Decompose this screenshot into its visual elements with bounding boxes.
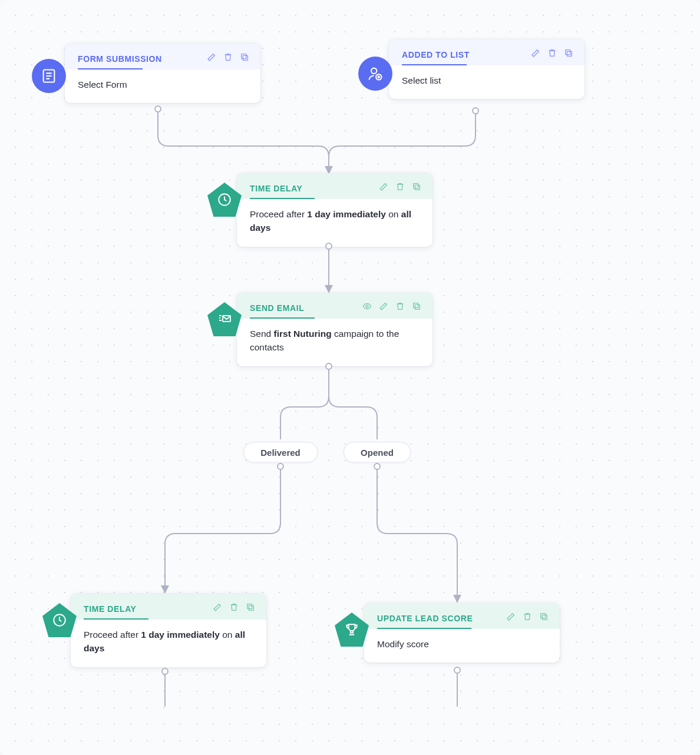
- node-body: Select Form: [78, 69, 247, 91]
- node-form-submission[interactable]: FORM SUBMISSION Select Form: [65, 44, 260, 103]
- edit-icon[interactable]: [378, 181, 389, 192]
- svg-rect-11: [415, 304, 420, 309]
- copy-icon[interactable]: [245, 602, 256, 612]
- copy-icon[interactable]: [539, 611, 549, 622]
- svg-rect-14: [249, 605, 253, 610]
- svg-rect-12: [414, 303, 418, 308]
- copy-icon[interactable]: [563, 48, 574, 58]
- svg-rect-0: [243, 55, 247, 60]
- svg-rect-8: [414, 184, 418, 188]
- node-time-delay[interactable]: TIME DELAY Proceed after 1 day immediate…: [237, 173, 432, 247]
- svg-rect-4: [566, 50, 570, 55]
- port-out[interactable]: [472, 107, 479, 114]
- node-update-lead-score[interactable]: UPDATE LEAD SCORE Modify score: [364, 603, 560, 663]
- trash-icon[interactable]: [395, 301, 405, 312]
- svg-rect-17: [542, 615, 547, 620]
- edit-icon[interactable]: [212, 602, 223, 612]
- node-added-to-list[interactable]: ADDED TO LIST Select list: [389, 39, 585, 99]
- svg-rect-3: [567, 51, 572, 56]
- port-out[interactable]: [325, 363, 332, 370]
- trash-icon[interactable]: [547, 48, 557, 58]
- svg-rect-15: [247, 604, 252, 609]
- node-body: Send first Nuturing campaign to the cont…: [250, 319, 420, 355]
- node-body: Modify score: [377, 629, 547, 651]
- svg-rect-18: [541, 614, 546, 618]
- branch-opened[interactable]: Opened: [344, 442, 411, 463]
- node-body: Proceed after 1 day immediately on all d…: [250, 199, 420, 235]
- edit-icon[interactable]: [378, 301, 389, 312]
- edit-icon[interactable]: [206, 52, 217, 62]
- trash-icon[interactable]: [223, 52, 233, 62]
- user-add-icon: [358, 57, 392, 91]
- copy-icon[interactable]: [411, 181, 422, 192]
- edit-icon[interactable]: [530, 48, 541, 58]
- port-out[interactable]: [161, 668, 169, 675]
- edit-icon[interactable]: [506, 611, 516, 622]
- trash-icon[interactable]: [229, 602, 239, 612]
- node-body: Proceed after 1 day immediately on all d…: [84, 620, 253, 655]
- port-out[interactable]: [325, 243, 332, 250]
- node-send-email[interactable]: SEND EMAIL Send first Nuturing campaign …: [237, 293, 432, 366]
- workflow-canvas[interactable]: FORM SUBMISSION Select Form ADDED TO LIS…: [0, 0, 700, 755]
- trash-icon[interactable]: [395, 181, 405, 192]
- copy-icon[interactable]: [411, 301, 422, 312]
- svg-rect-1: [242, 54, 246, 59]
- port-out[interactable]: [154, 105, 161, 112]
- svg-point-10: [366, 305, 368, 307]
- branch-delivered[interactable]: Delivered: [243, 442, 318, 463]
- node-body: Select list: [402, 65, 572, 87]
- svg-rect-7: [415, 185, 420, 190]
- port-out[interactable]: [277, 463, 284, 470]
- eye-icon[interactable]: [362, 301, 372, 312]
- node-time-delay[interactable]: TIME DELAY Proceed after 1 day immediate…: [71, 594, 266, 667]
- form-icon: [32, 59, 66, 93]
- port-out[interactable]: [374, 463, 381, 470]
- copy-icon[interactable]: [239, 52, 250, 62]
- trash-icon[interactable]: [522, 611, 533, 622]
- port-out[interactable]: [454, 667, 461, 674]
- svg-point-5: [371, 68, 377, 74]
